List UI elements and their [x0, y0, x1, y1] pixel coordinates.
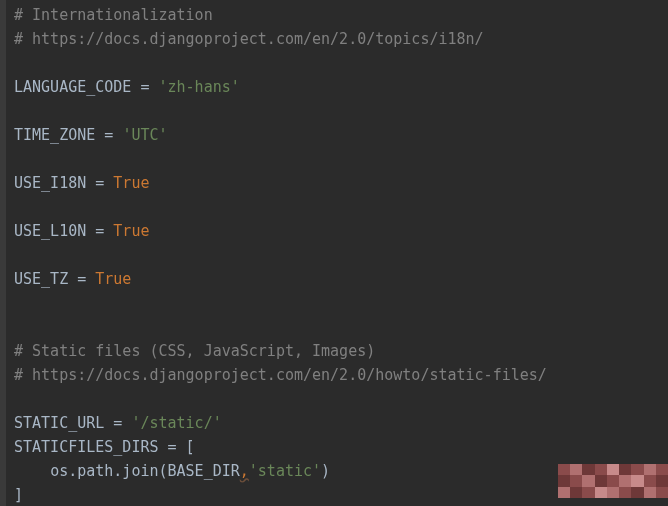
string-literal: 'zh-hans' — [159, 78, 240, 96]
operator: = — [86, 222, 113, 240]
comment: # Internationalization — [14, 6, 213, 24]
code-line: # https://docs.djangoproject.com/en/2.0/… — [14, 363, 668, 387]
blank-line — [14, 147, 668, 171]
comment: # Static files (CSS, JavaScript, Images) — [14, 342, 375, 360]
string-literal: 'static' — [249, 462, 321, 480]
code-line: # Internationalization — [14, 3, 668, 27]
keyword: True — [95, 270, 131, 288]
blank-line — [14, 51, 668, 75]
code-line: STATICFILES_DIRS = [ — [14, 435, 668, 459]
identifier: USE_I18N — [14, 174, 86, 192]
punctuation: ) — [321, 462, 330, 480]
blank-line — [14, 387, 668, 411]
operator: = — [68, 270, 95, 288]
code-line: # https://docs.djangoproject.com/en/2.0/… — [14, 27, 668, 51]
operator: = — [86, 174, 113, 192]
code-editor[interactable]: # Internationalization # https://docs.dj… — [0, 0, 668, 506]
operator: = — [131, 78, 158, 96]
identifier: LANGUAGE_CODE — [14, 78, 131, 96]
keyword: True — [113, 174, 149, 192]
call-expr: os.path.join(BASE_DIR — [50, 462, 240, 480]
censored-region — [558, 464, 668, 498]
indent — [14, 462, 50, 480]
code-line: USE_L10N = True — [14, 219, 668, 243]
code-line: # Static files (CSS, JavaScript, Images) — [14, 339, 668, 363]
blank-line — [14, 291, 668, 315]
blank-line — [14, 99, 668, 123]
code-line: STATIC_URL = '/static/' — [14, 411, 668, 435]
blank-line — [14, 195, 668, 219]
punctuation: = [ — [159, 438, 195, 456]
string-literal: '/static/' — [131, 414, 221, 432]
identifier: USE_L10N — [14, 222, 86, 240]
operator: = — [95, 126, 122, 144]
code-line: TIME_ZONE = 'UTC' — [14, 123, 668, 147]
keyword: True — [113, 222, 149, 240]
blank-line — [14, 315, 668, 339]
identifier: TIME_ZONE — [14, 126, 95, 144]
comment: # https://docs.djangoproject.com/en/2.0/… — [14, 366, 547, 384]
operator: = — [104, 414, 131, 432]
code-line: USE_I18N = True — [14, 171, 668, 195]
comment: # https://docs.djangoproject.com/en/2.0/… — [14, 30, 484, 48]
string-literal: 'UTC' — [122, 126, 167, 144]
identifier: STATIC_URL — [14, 414, 104, 432]
blank-line — [14, 243, 668, 267]
identifier: USE_TZ — [14, 270, 68, 288]
punctuation: ] — [14, 486, 23, 504]
code-line: LANGUAGE_CODE = 'zh-hans' — [14, 75, 668, 99]
identifier: STATICFILES_DIRS — [14, 438, 159, 456]
code-line: USE_TZ = True — [14, 267, 668, 291]
typo-marker: , — [240, 462, 249, 480]
